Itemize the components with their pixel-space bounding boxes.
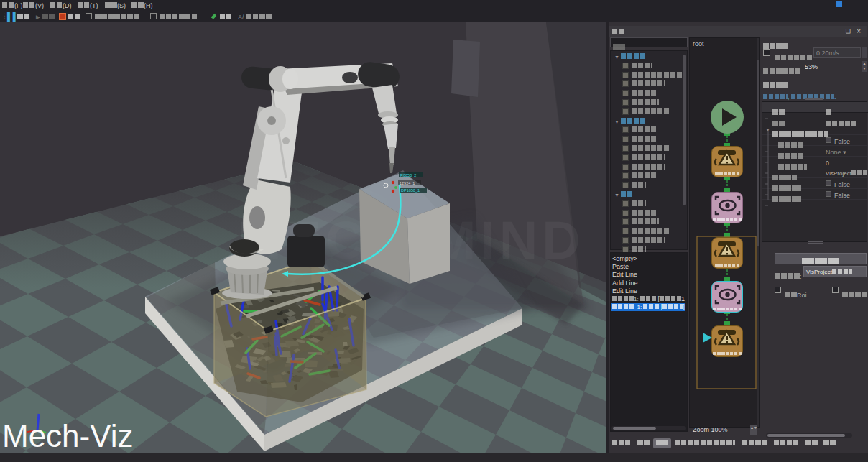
svg-text:DP1050_1: DP1050_1 <box>401 188 420 193</box>
svg-text:12924_1: 12924_1 <box>400 181 415 185</box>
svg-text:R0050_2: R0050_2 <box>400 173 416 177</box>
